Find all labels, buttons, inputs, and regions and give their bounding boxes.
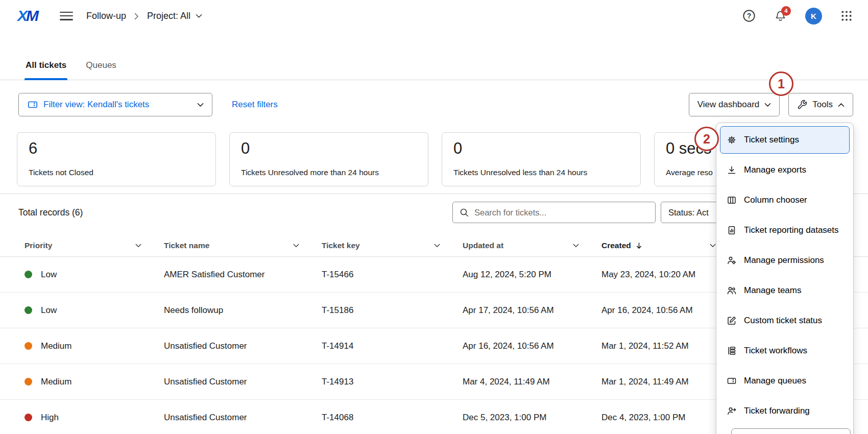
breadcrumb-section: Follow-up [86, 11, 126, 21]
grid-icon [840, 10, 853, 22]
tab-queues[interactable]: Queues [85, 60, 117, 80]
menu-item-label: Custom ticket status [744, 316, 822, 326]
menu-item-label: Ticket forwarding [744, 406, 810, 416]
column-label: Ticket name [164, 241, 209, 250]
updated-at-cell: Dec 5, 2023, 1:00 PM [463, 413, 601, 423]
project-selector[interactable]: Project: All [147, 11, 202, 21]
gear-icon [727, 135, 737, 145]
topbar: X M Follow-up Project: All ? 4 K [0, 0, 868, 32]
ticket-key-cell: T-15186 [322, 305, 463, 316]
priority-dot [25, 306, 32, 314]
menu-item-manage-permissions[interactable]: Manage permissions [720, 247, 850, 274]
ticket-name-cell: Unsatisfied Customer [164, 377, 322, 387]
search-box [452, 202, 656, 223]
app-root: X M Follow-up Project: All ? 4 K A [0, 0, 868, 434]
updated-at-cell: Mar 4, 2024, 11:49 AM [463, 377, 601, 387]
menu-item-manage-exports[interactable]: Manage exports [720, 156, 850, 184]
status-filter-label: Status: Act [668, 208, 709, 218]
people-icon [727, 285, 737, 296]
reset-filters-link[interactable]: Reset filters [232, 100, 278, 110]
tab-all-tickets[interactable]: All tickets [25, 60, 67, 80]
xm-logo-m: M [26, 7, 38, 25]
menu-item-custom-ticket-status[interactable]: Custom ticket status [720, 307, 850, 334]
help-button[interactable]: ? [742, 9, 756, 22]
chevron-down-icon [197, 103, 204, 107]
hamburger-menu-icon[interactable] [60, 11, 73, 21]
ticket-name-cell: Unsatisfied Customer [164, 341, 322, 351]
menu-item-ticket-settings[interactable]: Ticket settings [720, 126, 850, 154]
menu-item-ticket-reporting-datasets[interactable]: Ticket reporting datasets [720, 216, 850, 244]
menu-item-ticket-workflows[interactable]: Ticket workflows [720, 337, 850, 365]
menu-item-ticket-forwarding[interactable]: Ticket forwarding [720, 397, 850, 425]
menu-item-column-chooser[interactable]: Column chooser [720, 186, 850, 214]
filter-row-right: View dashboard Tools [689, 93, 853, 116]
ticket-icon [27, 99, 38, 110]
chevron-down-icon [196, 14, 202, 18]
avatar[interactable]: K [805, 8, 822, 25]
download-icon [727, 165, 737, 175]
menu-item-label: Column chooser [744, 195, 807, 205]
ticket-icon [727, 376, 737, 386]
apps-grid-icon[interactable] [840, 10, 853, 22]
xm-logo: X M [17, 7, 38, 25]
ticket-name-cell: Unsatisfied Customer [164, 413, 322, 423]
column-header-ticket-name[interactable]: Ticket name [164, 241, 322, 250]
person-gear-icon [727, 255, 737, 266]
notifications-button[interactable]: 4 [774, 10, 787, 22]
chevron-down-icon[interactable] [573, 244, 579, 248]
annotation-step-2: 2 [694, 127, 719, 151]
menu-item-label: Manage permissions [744, 255, 824, 266]
priority-label: High [41, 413, 59, 423]
priority-dot [25, 342, 32, 350]
menu-item-manage-teams[interactable]: Manage teams [720, 277, 850, 304]
menu-item-manage-queues[interactable]: Manage queues [720, 367, 850, 395]
ticket-key-cell: T-14913 [322, 377, 463, 387]
filter-view-button[interactable]: Filter view: Kendall's tickets [18, 93, 212, 116]
priority-cell: Low [25, 305, 164, 316]
search-input[interactable] [474, 208, 649, 218]
filter-row: Filter view: Kendall's tickets Reset fil… [18, 93, 853, 116]
view-dashboard-button[interactable]: View dashboard [689, 93, 780, 116]
priority-cell: Medium [25, 377, 164, 387]
tabs-bar: All tickets Queues [0, 60, 868, 80]
column-label: Created [601, 241, 631, 250]
chevron-down-icon[interactable] [434, 244, 440, 248]
priority-cell: Medium [25, 341, 164, 351]
column-header-ticket-key[interactable]: Ticket key [322, 241, 463, 250]
column-header-updated-at[interactable]: Updated at [463, 241, 601, 250]
column-label: Priority [25, 241, 52, 250]
stat-card-unresolved-less-24h: 0 Tickets Unresolved less than 24 hours [442, 132, 641, 186]
chevron-down-icon[interactable] [293, 244, 299, 248]
annotation-step-1: 1 [769, 71, 793, 96]
tools-label: Tools [812, 100, 833, 110]
stat-label: Tickets Unresolved less than 24 hours [453, 168, 629, 177]
total-records-label: Total records (6) [18, 207, 83, 218]
column-header-priority[interactable]: Priority [25, 241, 164, 250]
workflow-icon [727, 346, 737, 356]
svg-text:?: ? [747, 12, 752, 20]
ticket-key-cell: T-14068 [322, 413, 463, 423]
menu-item-partial [731, 428, 851, 434]
priority-dot [25, 271, 32, 278]
menu-item-label: Ticket workflows [744, 346, 807, 356]
stat-value: 6 [29, 139, 204, 158]
updated-at-cell: Apr 16, 2024, 10:56 AM [463, 341, 601, 351]
priority-dot [25, 414, 32, 421]
tools-dropdown-menu: Ticket settings Manage exports Column ch… [716, 123, 854, 434]
stat-card-unresolved-more-24h: 0 Tickets Unresolved more than 24 hours [229, 132, 428, 186]
sort-descending-icon [636, 242, 642, 250]
ticket-key-cell: T-14914 [322, 341, 463, 351]
priority-label: Low [41, 270, 57, 280]
tools-button[interactable]: Tools [788, 93, 853, 116]
edit-icon [727, 316, 737, 326]
chevron-down-icon[interactable] [135, 244, 141, 248]
filter-view-label: Filter view: Kendall's tickets [43, 100, 149, 110]
updated-at-cell: Apr 17, 2024, 10:56 AM [463, 305, 601, 316]
menu-item-label: Manage exports [744, 165, 806, 175]
notifications-badge: 4 [781, 6, 791, 16]
columns-icon [727, 195, 737, 205]
stat-card-tickets-not-closed: 6 Tickets not Closed [17, 132, 216, 186]
chevron-down-icon[interactable] [710, 244, 716, 248]
ticket-name-cell: AMER Satisfied Customer [164, 270, 322, 280]
priority-dot [25, 378, 32, 385]
